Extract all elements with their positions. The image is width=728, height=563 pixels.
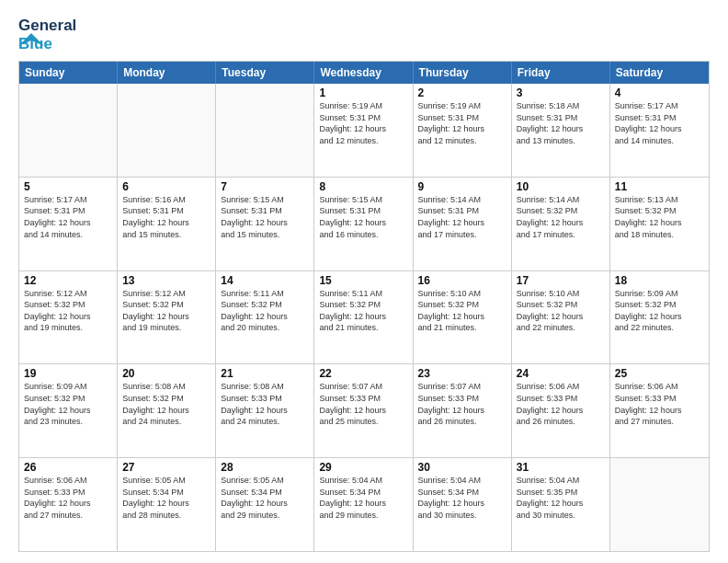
day-info: Sunrise: 5:14 AM Sunset: 5:32 PM Dayligh… [517, 194, 605, 240]
day-cell-23: 23Sunrise: 5:07 AM Sunset: 5:33 PM Dayli… [414, 364, 512, 457]
day-number: 12 [24, 274, 112, 287]
day-info: Sunrise: 5:08 AM Sunset: 5:32 PM Dayligh… [122, 381, 210, 427]
day-cell-17: 17Sunrise: 5:10 AM Sunset: 5:32 PM Dayli… [512, 271, 610, 364]
day-cell-14: 14Sunrise: 5:11 AM Sunset: 5:32 PM Dayli… [216, 271, 314, 364]
day-cell-9: 9Sunrise: 5:14 AM Sunset: 5:31 PM Daylig… [414, 178, 512, 270]
calendar-body: 1Sunrise: 5:19 AM Sunset: 5:31 PM Daylig… [19, 84, 709, 551]
day-cell-12: 12Sunrise: 5:12 AM Sunset: 5:32 PM Dayli… [19, 271, 118, 364]
day-cell-6: 6Sunrise: 5:16 AM Sunset: 5:31 PM Daylig… [118, 178, 216, 270]
day-number: 13 [122, 274, 210, 287]
logo: General Blue [18, 17, 59, 52]
empty-cell-0-1 [118, 84, 216, 177]
day-number: 24 [517, 367, 605, 380]
day-number: 6 [122, 180, 210, 193]
day-info: Sunrise: 5:05 AM Sunset: 5:34 PM Dayligh… [221, 475, 309, 521]
day-info: Sunrise: 5:14 AM Sunset: 5:31 PM Dayligh… [418, 194, 506, 240]
day-info: Sunrise: 5:06 AM Sunset: 5:33 PM Dayligh… [615, 381, 704, 427]
day-cell-10: 10Sunrise: 5:14 AM Sunset: 5:32 PM Dayli… [512, 178, 610, 270]
weekday-header-sunday: Sunday [19, 62, 118, 84]
day-number: 21 [221, 367, 309, 380]
header: General Blue [18, 17, 710, 52]
day-cell-16: 16Sunrise: 5:10 AM Sunset: 5:32 PM Dayli… [414, 271, 512, 364]
day-number: 11 [615, 180, 704, 193]
day-info: Sunrise: 5:08 AM Sunset: 5:33 PM Dayligh… [221, 381, 309, 427]
calendar-row-3: 19Sunrise: 5:09 AM Sunset: 5:32 PM Dayli… [19, 363, 709, 457]
day-number: 31 [517, 461, 605, 474]
day-info: Sunrise: 5:19 AM Sunset: 5:31 PM Dayligh… [418, 100, 506, 146]
calendar: SundayMondayTuesdayWednesdayThursdayFrid… [18, 61, 710, 552]
calendar-row-0: 1Sunrise: 5:19 AM Sunset: 5:31 PM Daylig… [19, 84, 709, 177]
day-cell-8: 8Sunrise: 5:15 AM Sunset: 5:31 PM Daylig… [314, 178, 413, 270]
day-number: 19 [24, 367, 112, 380]
day-number: 26 [24, 461, 112, 474]
day-cell-1: 1Sunrise: 5:19 AM Sunset: 5:31 PM Daylig… [314, 84, 413, 177]
day-info: Sunrise: 5:07 AM Sunset: 5:33 PM Dayligh… [418, 381, 506, 427]
day-info: Sunrise: 5:09 AM Sunset: 5:32 PM Dayligh… [24, 381, 112, 427]
day-info: Sunrise: 5:12 AM Sunset: 5:32 PM Dayligh… [122, 288, 210, 334]
day-cell-13: 13Sunrise: 5:12 AM Sunset: 5:32 PM Dayli… [118, 271, 216, 364]
day-number: 9 [418, 180, 506, 193]
day-number: 20 [122, 367, 210, 380]
weekday-header-saturday: Saturday [610, 62, 709, 84]
page: General Blue SundayMondayTuesdayWednesda… [0, 0, 728, 563]
weekday-header-friday: Friday [512, 62, 610, 84]
weekday-header-monday: Monday [118, 62, 216, 84]
day-cell-26: 26Sunrise: 5:06 AM Sunset: 5:33 PM Dayli… [19, 458, 118, 551]
day-cell-31: 31Sunrise: 5:04 AM Sunset: 5:35 PM Dayli… [512, 458, 610, 551]
day-info: Sunrise: 5:04 AM Sunset: 5:35 PM Dayligh… [517, 475, 605, 521]
day-number: 30 [418, 461, 506, 474]
day-number: 2 [418, 86, 506, 99]
day-cell-25: 25Sunrise: 5:06 AM Sunset: 5:33 PM Dayli… [610, 364, 709, 457]
day-number: 14 [221, 274, 309, 287]
day-info: Sunrise: 5:10 AM Sunset: 5:32 PM Dayligh… [517, 288, 605, 334]
day-number: 17 [517, 274, 605, 287]
day-number: 28 [221, 461, 309, 474]
day-info: Sunrise: 5:17 AM Sunset: 5:31 PM Dayligh… [615, 100, 704, 146]
day-number: 7 [221, 180, 309, 193]
day-cell-4: 4Sunrise: 5:17 AM Sunset: 5:31 PM Daylig… [610, 84, 709, 177]
day-cell-11: 11Sunrise: 5:13 AM Sunset: 5:32 PM Dayli… [610, 178, 709, 270]
day-number: 5 [24, 180, 112, 193]
day-cell-3: 3Sunrise: 5:18 AM Sunset: 5:31 PM Daylig… [512, 84, 610, 177]
day-number: 4 [615, 86, 704, 99]
day-cell-18: 18Sunrise: 5:09 AM Sunset: 5:32 PM Dayli… [610, 271, 709, 364]
empty-cell-0-0 [19, 84, 118, 177]
day-info: Sunrise: 5:11 AM Sunset: 5:32 PM Dayligh… [319, 288, 407, 334]
day-info: Sunrise: 5:15 AM Sunset: 5:31 PM Dayligh… [221, 194, 309, 240]
calendar-row-2: 12Sunrise: 5:12 AM Sunset: 5:32 PM Dayli… [19, 270, 709, 364]
day-info: Sunrise: 5:05 AM Sunset: 5:34 PM Dayligh… [122, 475, 210, 521]
day-info: Sunrise: 5:09 AM Sunset: 5:32 PM Dayligh… [615, 288, 704, 334]
logo-blue: Blue [18, 35, 52, 53]
day-info: Sunrise: 5:06 AM Sunset: 5:33 PM Dayligh… [24, 475, 112, 521]
day-cell-29: 29Sunrise: 5:04 AM Sunset: 5:34 PM Dayli… [314, 458, 413, 551]
empty-cell-4-6 [610, 458, 709, 551]
day-number: 15 [319, 274, 407, 287]
day-number: 3 [517, 86, 605, 99]
day-info: Sunrise: 5:15 AM Sunset: 5:31 PM Dayligh… [319, 194, 407, 240]
day-number: 22 [319, 367, 407, 380]
weekday-header-tuesday: Tuesday [216, 62, 314, 84]
day-cell-30: 30Sunrise: 5:04 AM Sunset: 5:34 PM Dayli… [414, 458, 512, 551]
weekday-header-thursday: Thursday [414, 62, 512, 84]
day-cell-15: 15Sunrise: 5:11 AM Sunset: 5:32 PM Dayli… [314, 271, 413, 364]
day-info: Sunrise: 5:13 AM Sunset: 5:32 PM Dayligh… [615, 194, 704, 240]
day-number: 29 [319, 461, 407, 474]
day-info: Sunrise: 5:17 AM Sunset: 5:31 PM Dayligh… [24, 194, 112, 240]
day-number: 25 [615, 367, 704, 380]
day-cell-22: 22Sunrise: 5:07 AM Sunset: 5:33 PM Dayli… [314, 364, 413, 457]
day-number: 18 [615, 274, 704, 287]
day-info: Sunrise: 5:10 AM Sunset: 5:32 PM Dayligh… [418, 288, 506, 334]
day-cell-5: 5Sunrise: 5:17 AM Sunset: 5:31 PM Daylig… [19, 178, 118, 270]
day-number: 1 [319, 86, 407, 99]
day-number: 16 [418, 274, 506, 287]
day-cell-28: 28Sunrise: 5:05 AM Sunset: 5:34 PM Dayli… [216, 458, 314, 551]
day-info: Sunrise: 5:11 AM Sunset: 5:32 PM Dayligh… [221, 288, 309, 334]
day-cell-27: 27Sunrise: 5:05 AM Sunset: 5:34 PM Dayli… [118, 458, 216, 551]
day-info: Sunrise: 5:18 AM Sunset: 5:31 PM Dayligh… [517, 100, 605, 146]
calendar-header: SundayMondayTuesdayWednesdayThursdayFrid… [19, 62, 709, 84]
day-info: Sunrise: 5:07 AM Sunset: 5:33 PM Dayligh… [319, 381, 407, 427]
day-info: Sunrise: 5:04 AM Sunset: 5:34 PM Dayligh… [319, 475, 407, 521]
day-info: Sunrise: 5:19 AM Sunset: 5:31 PM Dayligh… [319, 100, 407, 146]
day-cell-7: 7Sunrise: 5:15 AM Sunset: 5:31 PM Daylig… [216, 178, 314, 270]
day-cell-19: 19Sunrise: 5:09 AM Sunset: 5:32 PM Dayli… [19, 364, 118, 457]
